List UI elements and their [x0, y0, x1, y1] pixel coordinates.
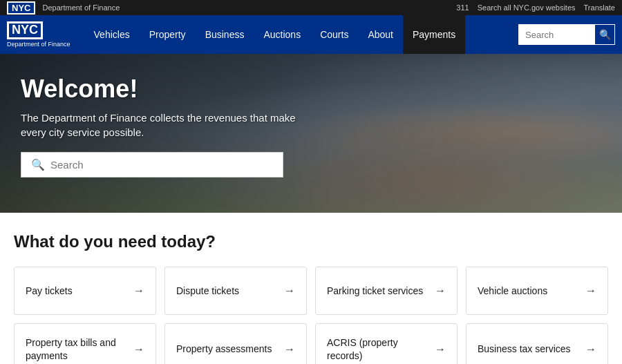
card-business-tax-services[interactable]: Business tax services→	[466, 323, 608, 364]
card-label-vehicle-auctions: Vehicle auctions	[478, 285, 578, 298]
card-label-pay-tickets: Pay tickets	[26, 285, 126, 298]
card-arrow-property-tax-bills: →	[133, 343, 144, 356]
top-bar: NYC Department of Finance 311 Search all…	[0, 0, 622, 15]
nav-item-property[interactable]: Property	[140, 15, 196, 54]
nyc-logo: NYC	[7, 1, 35, 15]
card-property-assessments[interactable]: Property assessments→	[164, 323, 307, 364]
card-arrow-acris: →	[435, 343, 446, 356]
nav-logo[interactable]: NYC Department of Finance	[7, 21, 70, 48]
hero-search-box: 🔍	[21, 152, 283, 178]
card-arrow-dispute-tickets: →	[284, 285, 295, 297]
section-title: What do you need today?	[14, 232, 608, 251]
hero-title: Welcome!	[21, 75, 297, 104]
card-vehicle-auctions[interactable]: Vehicle auctions→	[466, 267, 608, 315]
card-parking-ticket-services[interactable]: Parking ticket services→	[315, 267, 458, 315]
card-arrow-parking-ticket-services: →	[435, 285, 446, 297]
card-pay-tickets[interactable]: Pay tickets→	[14, 267, 156, 315]
nav-item-business[interactable]: Business	[196, 15, 254, 54]
card-dispute-tickets[interactable]: Dispute tickets→	[164, 267, 307, 315]
card-label-property-tax-bills: Property tax bills and payments	[26, 336, 126, 363]
hero-content: Welcome! The Department of Finance colle…	[0, 54, 318, 198]
nav-search: 🔍	[518, 24, 615, 45]
cards-grid: Pay tickets→Dispute tickets→Parking tick…	[14, 267, 608, 364]
top-bar-search-all[interactable]: Search all NYC.gov websites	[478, 3, 576, 12]
card-arrow-business-tax-services: →	[585, 343, 596, 356]
nav-search-input[interactable]	[518, 24, 594, 45]
card-arrow-pay-tickets: →	[133, 285, 144, 297]
card-label-acris: ACRIS (property records)	[327, 336, 428, 363]
top-bar-311: 311	[456, 3, 469, 12]
top-bar-translate[interactable]: Translate	[584, 3, 615, 12]
card-label-property-assessments: Property assessments	[176, 343, 277, 356]
hero-subtitle: The Department of Finance collects the r…	[21, 111, 297, 140]
card-arrow-vehicle-auctions: →	[585, 285, 596, 297]
nav-bar: NYC Department of Finance Vehicles Prope…	[0, 15, 622, 54]
search-icon: 🔍	[599, 29, 611, 40]
hero-search-input[interactable]	[50, 159, 273, 171]
nav-logo-text: NYC	[12, 23, 38, 37]
top-bar-right: 311 Search all NYC.gov websites Translat…	[456, 3, 615, 12]
nav-item-courts[interactable]: Courts	[310, 15, 358, 54]
card-arrow-property-assessments: →	[284, 343, 295, 356]
nav-item-auctions[interactable]: Auctions	[254, 15, 310, 54]
card-acris[interactable]: ACRIS (property records)→	[315, 323, 458, 364]
main-content: What do you need today? Pay tickets→Disp…	[0, 213, 622, 364]
nav-logo-sub: Department of Finance	[7, 41, 70, 48]
nav-item-payments[interactable]: Payments	[403, 15, 465, 54]
nav-item-about[interactable]: About	[358, 15, 403, 54]
hero-search-icon: 🔍	[31, 158, 45, 171]
nav-logo-badge: NYC	[7, 21, 43, 39]
dept-name: Department of Finance	[42, 3, 120, 12]
card-label-business-tax-services: Business tax services	[478, 343, 578, 356]
card-property-tax-bills[interactable]: Property tax bills and payments→	[14, 323, 156, 364]
nav-item-vehicles[interactable]: Vehicles	[84, 15, 140, 54]
hero-section: Welcome! The Department of Finance colle…	[0, 54, 622, 213]
card-label-parking-ticket-services: Parking ticket services	[327, 285, 428, 298]
nav-items: Vehicles Property Business Auctions Cour…	[84, 15, 518, 54]
nav-search-button[interactable]: 🔍	[594, 24, 615, 45]
card-label-dispute-tickets: Dispute tickets	[176, 285, 277, 298]
